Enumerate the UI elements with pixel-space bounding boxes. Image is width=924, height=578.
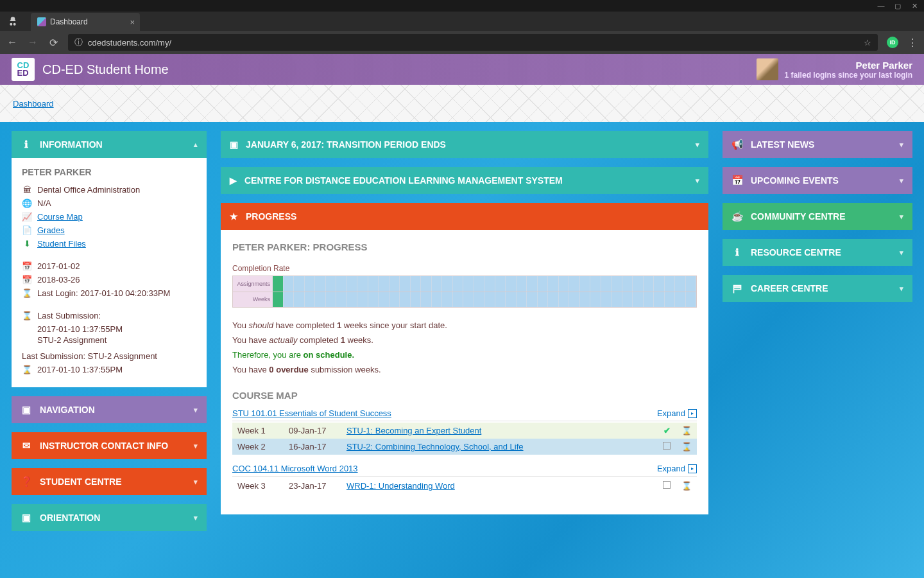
chart-icon: 📈 (22, 212, 32, 222)
expand-button[interactable]: Expand ▸ (657, 408, 697, 418)
download-icon: ⬇ (22, 239, 32, 249)
panel-career-header[interactable]: ⛿ CAREER CENTRE ▾ (723, 275, 912, 302)
student-name: PETER PARKER (22, 167, 196, 177)
tab-title: Dashboard (50, 17, 88, 26)
course-link[interactable]: STU 101.01 Essentials of Student Success (232, 408, 391, 418)
panel-upcoming-header[interactable]: 📅 UPCOMING EVENTS ▾ (723, 167, 912, 194)
chevron-down-icon: ▾ (194, 406, 198, 414)
tab-favicon (37, 17, 46, 26)
breadcrumb-dashboard[interactable]: Dashboard (13, 99, 54, 109)
link-student-files[interactable]: Student Files (37, 239, 86, 249)
panel-information: ℹ INFORMATION ▴ PETER PARKER 🏛Dental Off… (12, 131, 207, 387)
sitemap-icon: ▣ (21, 512, 32, 523)
chevron-down-icon: ▾ (900, 177, 903, 185)
panel-information-body: PETER PARKER 🏛Dental Office Administrati… (12, 158, 207, 387)
panel-community-header[interactable]: ☕ COMMUNITY CENTRE ▾ (723, 203, 912, 230)
bookmark-star-icon[interactable]: ☆ (864, 38, 871, 48)
globe-icon: 🌐 (22, 198, 32, 208)
tab-close-icon[interactable]: × (130, 17, 135, 27)
assignment-link[interactable]: WRD-1: Understanding Word (346, 481, 455, 491)
avatar (757, 58, 778, 80)
table-row: Week 216-Jan-17STU-2: Combining Technolo… (232, 439, 697, 455)
play-icon: ▶ (230, 175, 237, 186)
browser-toolbar: ← → ⟳ ⓘ cdedstudents.com/my/ ☆ ID ⋮ (0, 31, 924, 54)
bullhorn-icon: 📢 (732, 139, 743, 150)
window-minimize-icon[interactable]: — (877, 2, 886, 10)
link-course-map[interactable]: Course Map (37, 212, 83, 222)
hourglass-icon: ⌛ (22, 311, 32, 320)
browser-tab-strip: Dashboard × (0, 12, 924, 31)
back-button[interactable]: ← (6, 37, 18, 48)
envelope-icon: ✉ (21, 440, 32, 451)
chevron-up-icon: ▴ (194, 141, 198, 149)
browser-tab[interactable]: Dashboard × (31, 13, 140, 31)
course-map-heading: COURSE MAP (232, 390, 697, 401)
coffee-icon: ☕ (732, 211, 743, 222)
panel-information-header[interactable]: ℹ INFORMATION ▴ (12, 131, 207, 158)
address-bar[interactable]: ⓘ cdedstudents.com/my/ ☆ (68, 34, 878, 51)
sitemap-icon: ▣ (21, 404, 32, 416)
chevron-down-icon: ▾ (194, 514, 198, 522)
url-text: cdedstudents.com/my/ (88, 38, 171, 48)
login-warning: 1 failed logins since your last login (785, 71, 912, 80)
window-maximize-icon[interactable]: ▢ (893, 2, 902, 10)
browser-menu-icon[interactable]: ⋮ (907, 37, 918, 49)
sitemap-icon: ▣ (230, 139, 238, 150)
panel-instructor-header[interactable]: ✉ INSTRUCTOR CONTACT INFO ▾ (12, 432, 207, 459)
window-titlebar: — ▢ ✕ (0, 0, 924, 12)
hourglass-icon: ⌛ (22, 288, 32, 298)
breadcrumb: Dashboard (0, 85, 924, 122)
chevron-down-icon: ▾ (696, 141, 699, 149)
incognito-icon (8, 15, 18, 26)
expand-button[interactable]: Expand ▸ (657, 464, 697, 473)
hourglass-icon: ⌛ (681, 426, 692, 435)
hourglass-icon: ⌛ (681, 481, 692, 491)
file-icon: 📄 (22, 225, 32, 235)
checkbox-icon (663, 481, 671, 489)
signpost-icon: ⛿ (732, 283, 743, 294)
chevron-down-icon: ▾ (194, 478, 198, 486)
lms-bar[interactable]: ▶ CENTRE FOR DISTANCE EDUCATION LEARNING… (221, 167, 708, 194)
extension-icon[interactable]: ID (887, 37, 898, 48)
window-close-icon[interactable]: ✕ (910, 2, 919, 10)
check-icon: ✔ (663, 426, 671, 435)
panel-resource-header[interactable]: ℹ RESOURCE CENTRE ▾ (723, 239, 912, 266)
panel-progress-body: PETER PARKER: PROGRESS Completion Rate A… (221, 230, 708, 514)
institution-icon: 🏛 (22, 185, 32, 195)
chevron-down-icon: ▾ (696, 177, 699, 185)
course-link[interactable]: COC 104.11 Microsoft Word 2013 (232, 464, 358, 473)
panel-progress: ★ PROGRESS PETER PARKER: PROGRESS Comple… (221, 203, 708, 514)
assignment-link[interactable]: STU-2: Combining Technology, School, and… (346, 442, 524, 451)
panel-orientation-header[interactable]: ▣ ORIENTATION ▾ (12, 504, 207, 531)
info-icon: ℹ (732, 247, 743, 258)
calendar-icon: 📅 (22, 261, 32, 271)
table-row: Week 323-Jan-17WRD-1: Understanding Word… (232, 478, 697, 494)
panel-navigation-header[interactable]: ▣ NAVIGATION ▾ (12, 396, 207, 423)
forward-button: → (27, 37, 38, 48)
announcement-bar[interactable]: ▣ JANUARY 6, 2017: TRANSITION PERIOD END… (221, 131, 708, 158)
panel-title: INFORMATION (40, 139, 103, 150)
question-icon: ❓ (21, 476, 32, 487)
assignment-link[interactable]: STU-1: Becoming an Expert Student (346, 426, 481, 435)
panel-progress-header[interactable]: ★ PROGRESS (221, 203, 708, 230)
calendar-icon: 📅 (732, 175, 743, 186)
hourglass-icon: ⌛ (681, 442, 692, 451)
user-name: Peter Parker (785, 60, 912, 71)
progress-heading: PETER PARKER: PROGRESS (232, 241, 697, 252)
chevron-down-icon: ▾ (900, 285, 903, 293)
completion-label: Completion Rate (232, 264, 697, 273)
panel-student-centre-header[interactable]: ❓ STUDENT CENTRE ▾ (12, 468, 207, 495)
panel-latest-news-header[interactable]: 📢 LATEST NEWS ▾ (723, 131, 912, 158)
user-menu[interactable]: Peter Parker 1 failed logins since your … (757, 58, 912, 80)
reload-button[interactable]: ⟳ (47, 37, 59, 49)
chevron-down-icon: ▾ (194, 442, 198, 450)
site-topbar: CDED CD-ED Student Home Peter Parker 1 f… (0, 54, 924, 85)
site-info-icon[interactable]: ⓘ (74, 37, 83, 48)
progress-text: You should have completed 1 weeks since … (232, 320, 697, 330)
checkbox-icon (663, 442, 671, 450)
site-logo[interactable]: CDED (12, 58, 35, 81)
hourglass-icon: ⌛ (22, 365, 32, 374)
link-grades[interactable]: Grades (37, 225, 65, 235)
completion-chart: Assignments Weeks (232, 276, 697, 308)
chevron-down-icon: ▾ (900, 249, 903, 257)
